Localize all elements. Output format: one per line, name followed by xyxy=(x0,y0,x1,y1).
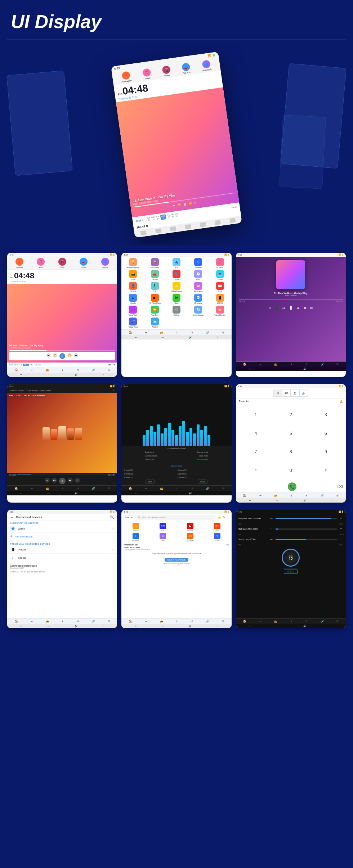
screens-row-1: 4:48 📶🔋 📍 Navigation 🎵 Music 🎬 Video 🚗 C… xyxy=(0,246,353,384)
previous-device-iphone[interactable]: 📱 iPhone ⚙ xyxy=(7,545,117,554)
back-button[interactable]: ← xyxy=(10,515,14,519)
equalizer-bars xyxy=(121,388,231,446)
screen7-bottom-nav: 🏠 ⬅ 📻 🌡 ❄ 🔗 ⊞ xyxy=(7,618,117,624)
screen9-eq-filters: Low pass filter:22000Hz − + 20Hz 22KHz H… xyxy=(236,514,346,618)
screen8-browser-content: New tab 🔍 Search or type web address ⭐ ↻… xyxy=(121,514,231,618)
screen9-bottom2: ⬅ — 🔊 + xyxy=(236,624,346,628)
hero-carauto-icon[interactable]: 🚗 Car Auto xyxy=(181,63,191,75)
video-controls: ↺ ⏮ ⏸ ⏭ ⇌ xyxy=(7,477,117,485)
page-title: UI Display xyxy=(11,11,342,32)
sign-in-section: To get personalized content suggested by… xyxy=(121,551,231,566)
page-header: UI Display xyxy=(0,0,353,36)
screen3-bottom-nav: 🏠 ⬅ 📻 🌡 ❄ 🔗 ⊞ xyxy=(236,361,346,367)
hero-music-player: 01.Alan Walker - On My Way Alan Walker U… xyxy=(116,87,239,217)
screen1-bottom-nav: 🏠 ⬅ 📻 🌡 ❄ 🔗 ⊞ xyxy=(7,367,117,373)
screen6-status: 4:33 📶🔋 xyxy=(236,384,346,388)
hero-bluetooth-icon[interactable]: 🔷 Bluetooth xyxy=(201,60,212,72)
screen7-bluetooth-content: ← Connected devices 🔍 CURRENTLY CONNECTE… xyxy=(7,514,117,618)
screen4-status: 4:29 📶🔋 xyxy=(7,384,117,388)
screen3-music-content: 01.Alan Walker - On My Way Alan Walker 0… xyxy=(236,257,346,361)
screen1-status: 4:48 📶🔋 xyxy=(7,253,117,257)
call-button[interactable]: 📞 xyxy=(288,482,296,491)
screen1-bottom2: ⬅ — 🔊 + xyxy=(7,373,117,377)
screen2-apps: 💡 Ambient Light on 📦 Apkinstaller 🔌 AUX … xyxy=(121,257,231,329)
screen5-bottom2: ⬅ — 🔊 + xyxy=(121,491,231,495)
dialer-tab-bar: ⊞ ☎ 🎵 🔗 xyxy=(236,388,346,399)
browser-shortcuts: a Amazon 百度 百度 ▶ YouTube 淘宝 淘宝 f Faceb xyxy=(121,521,231,543)
dialpad: 1 2 3 4 5 6 7 8 9 * 0 # xyxy=(236,404,346,481)
low-pass-filter: Low pass filter:22000Hz − + xyxy=(238,516,344,521)
gain-control: Gain 12 xyxy=(238,549,344,567)
screen6-bottom2: ⬅ — 🔊 + xyxy=(236,498,346,503)
screen-equalizer: 4:42 📶🔋 xyxy=(121,384,231,503)
connected-device-wilson: 🔷 wilson ⚙ xyxy=(7,525,117,533)
screen1-music-content: PM 04:48 2023-04-27 THU 01.Alan Walker -… xyxy=(7,270,117,367)
backspace-button[interactable]: ⌫ xyxy=(337,484,343,489)
screen4-bottom-nav: 🏠 ⬅ 📻 🌡 ❄ 🔗 ⊞ xyxy=(7,485,117,491)
screen4-video-content: AMBER SHAKE THAT BRASS Music Video PIP A… xyxy=(7,388,117,485)
screen8-bottom2: ⬅ — 🔊 + xyxy=(121,624,231,628)
progress-bar xyxy=(239,299,343,300)
screen2-bottom2: ⬅ — 🔊 + xyxy=(121,335,231,339)
eq-settings: Sound effect mode Rock mode Popular mode… xyxy=(121,446,231,485)
ghost-screen-right2 xyxy=(279,115,326,189)
screen9-bottom-nav: 🏠 ⬅ 📻 🌡 ❄ 🔗 ⊞ xyxy=(236,618,346,624)
browser-url-field[interactable]: 🔍 Search or type web address xyxy=(136,515,216,520)
album-art xyxy=(276,260,305,289)
screen7-bottom2: ⬅ — 🔊 + xyxy=(7,624,117,628)
screens-row-3: 4:35 📶🔋 ← Connected devices 🔍 CURRENTLY … xyxy=(0,510,353,635)
pair-new-device[interactable]: + Pair new device xyxy=(7,533,117,540)
gain-knob[interactable]: Gain 12 xyxy=(282,549,300,567)
reset-button[interactable]: RESET xyxy=(284,570,298,574)
screen7-status: 4:35 📶🔋 xyxy=(7,510,117,514)
sign-in-button[interactable]: SIGN IN TO CHROME xyxy=(165,558,188,562)
screens-row-2: 4:29 📶🔋 AMBER SHAKE THAT BRASS Music Vid… xyxy=(0,384,353,510)
hero-music-icon[interactable]: 🎵 Music xyxy=(142,68,152,80)
browser-address-bar: New tab 🔍 Search or type web address ⭐ ↻… xyxy=(121,514,231,521)
screen-phone-dialer: 4:33 📶🔋 ⊞ ☎ 🎵 🔗 Recents 🔔 1 2 3 4 5 6 7 xyxy=(236,384,346,503)
search-icon[interactable]: 🔍 xyxy=(110,515,114,519)
screen8-status: 4:42 📶🔋 xyxy=(121,510,231,514)
screen-eq-filters: 4:42 📶🔋 Low pass filter:22000Hz − + 20Hz… xyxy=(236,510,346,628)
ghost-screen-left xyxy=(6,71,73,176)
hero-main-screen: 5:49 📶 🔋 📍 Navigation 🎵 Music 🎬 Video 🚗 xyxy=(111,51,242,238)
reset-section: RESET xyxy=(238,568,344,574)
screen5-bottom-nav: 🏠 ⬅ 📻 🌡 ❄ 🔗 ⊞ xyxy=(121,485,231,491)
screen4-bottom2: ⬅ — 🔊 + xyxy=(7,491,117,495)
time-labels: 00:01:41 00:03:13 xyxy=(239,300,343,302)
screen-browser: 4:42 📶🔋 New tab 🔍 Search or type web add… xyxy=(121,510,231,628)
screen2-status: 4:37 📶🔋 xyxy=(121,253,231,257)
screen3-bottom2: ⬅ — 🔊 + xyxy=(236,367,346,371)
screen5-eq-content: Sound effect mode Rock mode Popular mode… xyxy=(121,388,231,485)
screen5-status: 4:42 📶🔋 xyxy=(121,384,231,388)
video-thumbnail: AMBER SHAKE THAT BRASS Music Video xyxy=(7,393,117,473)
screen-video-player: 4:29 📶🔋 AMBER SHAKE THAT BRASS Music Vid… xyxy=(7,384,117,503)
screen6-dialer-content: ⊞ ☎ 🎵 🔗 Recents 🔔 1 2 3 4 5 6 7 8 9 * 0 xyxy=(236,388,346,493)
strong-bass-filter: Strong bass 125Hz − + xyxy=(238,537,344,542)
music-controls: ↺ ⬛ ⏮ ⏸ ⏭ ⏹ ⇌ xyxy=(269,305,313,311)
dial-action-row: 📞 ⌫ xyxy=(236,481,346,493)
screen6-bottom-nav: 🏠 ⬅ 📻 🌡 ❄ 🔗 ⊞ xyxy=(236,493,346,498)
screen1-app-row: 📍 Navigation 🎵 Music 🎬 Video 🚗 Car Auto … xyxy=(7,257,117,270)
articles-section: Articles for you Tune That's all for now… xyxy=(121,543,231,551)
screen-app-drawer: 4:37 📶🔋 💡 Ambient Light on 📦 Apkinstalle… xyxy=(121,253,231,377)
see-all-devices[interactable]: › See all xyxy=(7,554,117,562)
hero-section: 5:49 📶 🔋 📍 Navigation 🎵 Music 🎬 Video 🚗 xyxy=(0,44,353,246)
screen-purple-music: 4:28 📶🔋 01.Alan Walker - On My Way Alan … xyxy=(236,253,346,377)
screen3-status: 4:28 📶🔋 xyxy=(236,253,346,257)
screen9-status: 4:42 📶🔋 xyxy=(236,510,346,514)
connection-preferences[interactable]: Connection preferences Bluetooth, NFC xyxy=(7,564,117,570)
screen2-bottom-nav: 🏠 ⬅ 📻 🌡 ❄ 🔗 ⊞ xyxy=(121,329,231,335)
header-divider xyxy=(7,40,346,40)
high-pass-filter: High pass filter:20Hz − + xyxy=(238,526,344,531)
screen-connected-devices: 4:35 📶🔋 ← Connected devices 🔍 CURRENTLY … xyxy=(7,510,117,628)
screen8-bottom-nav: 🏠 ⬅ 📻 🌡 ❄ 🔗 ⊞ xyxy=(121,618,231,624)
hero-video-icon[interactable]: 🎬 Video xyxy=(162,66,171,77)
screen-music-player: 4:48 📶🔋 📍 Navigation 🎵 Music 🎬 Video 🚗 C… xyxy=(7,253,117,377)
screen7-header: ← Connected devices 🔍 xyxy=(7,514,117,521)
hero-nav-icon[interactable]: 📍 Navigation xyxy=(121,71,132,83)
